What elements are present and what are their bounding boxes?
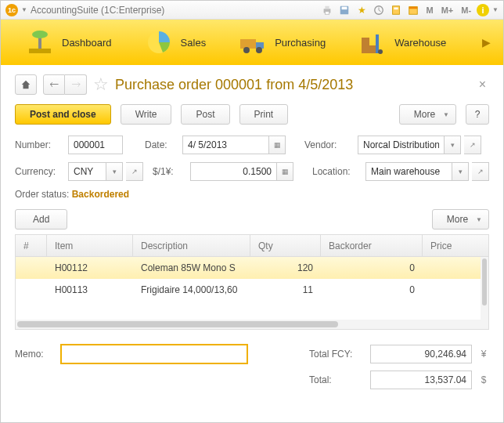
table-actions: Add More▼ [15,209,489,230]
vendor-input[interactable] [358,136,444,154]
cell-qty: 120 [250,262,321,273]
cell-qty: 11 [250,284,321,295]
col-backorder[interactable]: Backorder [321,235,423,256]
memo-total-fcy-row: Memo: Total FCY: 90,246.94 ¥ [15,344,489,364]
col-desc[interactable]: Description [133,235,250,256]
order-status-row: Order status: Backordered [15,189,489,200]
rate-calculator-icon[interactable]: ▦ [276,162,293,181]
nav-warehouse[interactable]: Warehouse [341,20,462,65]
totals-section: Memo: Total FCY: 90,246.94 ¥ Total: 13,5… [15,344,489,389]
form-row-1: Number: Date: ▦ Vendor: ▾ ↗ [15,136,489,154]
cell-desc: Frigidaire 14,000/13,60 [133,284,250,295]
memory-mminus-button[interactable]: M- [459,5,473,15]
vendor-label: Vendor: [304,139,351,150]
save-icon[interactable] [337,3,351,17]
col-item[interactable]: Item [47,235,133,256]
vendor-open-icon[interactable]: ↗ [464,136,481,154]
print-button[interactable]: Print [239,104,289,125]
total-currency-symbol: $ [478,374,489,385]
total-row: Total: 13,537.04 $ [15,371,489,389]
app-logo-icon: 1c [5,4,18,16]
app-menu-dropdown-icon[interactable]: ▼ [21,6,27,13]
col-price[interactable]: Price [423,235,470,256]
calendar-icon[interactable] [406,3,420,17]
svg-rect-6 [393,5,400,14]
add-row-button[interactable]: Add [15,209,67,230]
horizontal-scrollbar[interactable] [16,320,488,329]
more-button[interactable]: More▼ [399,104,456,125]
table-more-button[interactable]: More▼ [432,209,489,230]
post-and-close-button[interactable]: Post and close [15,104,111,125]
nav-label: Dashboard [62,37,112,49]
content-area: 🡐 🡒 ☆ Purchase order 000001 from 4/5/201… [1,65,503,405]
date-label: Date: [145,139,176,150]
calendar-picker-icon[interactable]: ▦ [268,136,286,154]
location-input[interactable] [365,162,452,181]
home-button[interactable] [15,74,37,95]
table-row[interactable]: H00113 Frigidaire 14,000/13,60 11 0 [16,279,488,301]
info-icon[interactable]: i [477,4,489,16]
currency-input[interactable] [68,162,106,181]
info-dropdown-icon[interactable]: ▼ [492,6,499,13]
action-button-row: Post and close Write Post Print More▼ ? [15,104,489,125]
calculator-icon[interactable] [389,3,403,17]
svg-rect-1 [326,5,329,9]
cell-item: H00113 [47,284,133,295]
cell-item: H00112 [47,262,133,273]
svg-point-16 [243,47,250,53]
col-qty[interactable]: Qty [250,235,321,256]
dashboard-icon [24,27,56,58]
favorite-star-icon[interactable]: ☆ [93,74,109,95]
table-row[interactable]: H00112 Coleman 85W Mono S 120 0 [16,257,488,279]
currency-open-icon[interactable]: ↗ [126,162,143,181]
history-icon[interactable] [372,3,386,17]
page-header: 🡐 🡒 ☆ Purchase order 000001 from 4/5/201… [15,74,489,95]
number-input[interactable] [68,136,123,154]
page-title: Purchase order 000001 from 4/5/2013 [115,77,353,93]
main-navbar: Dashboard Sales Purchasing Warehouse ▶ [1,20,503,65]
nav-back-forward-group: 🡐 🡒 [43,74,87,95]
vendor-dropdown-icon[interactable]: ▾ [444,136,461,154]
help-button[interactable]: ? [466,104,489,125]
memory-mplus-button[interactable]: M+ [439,5,456,15]
rate-label: $/1¥: [153,166,184,177]
nav-scroll-right-icon[interactable]: ▶ [477,36,495,49]
favorite-icon[interactable]: ★ [355,3,369,17]
printer-icon[interactable] [320,3,334,17]
close-button[interactable]: × [476,78,489,92]
back-button[interactable]: 🡐 [43,74,65,95]
nav-purchasing[interactable]: Purchasing [221,20,341,65]
location-dropdown-icon[interactable]: ▾ [452,162,469,181]
currency-dropdown-icon[interactable]: ▾ [106,162,123,181]
total-label: Total: [309,374,364,385]
cell-desc: Coleman 85W Mono S [133,262,250,273]
svg-rect-10 [29,49,51,53]
write-button[interactable]: Write [121,104,172,125]
chevron-down-icon: ▼ [443,111,449,118]
rate-input-group: ▦ [190,162,293,181]
col-num[interactable]: # [16,235,47,256]
total-value: 13,537.04 [370,371,472,389]
forward-button[interactable]: 🡒 [65,74,87,95]
nav-label: Sales [181,37,207,49]
more-label: More [414,109,435,120]
memory-m-button[interactable]: M [423,5,435,15]
svg-rect-21 [376,34,379,53]
memo-input[interactable] [60,344,248,364]
rate-input[interactable] [190,162,276,181]
svg-rect-2 [326,11,329,14]
chevron-down-icon: ▼ [476,216,482,223]
date-input[interactable] [182,136,268,154]
currency-input-group: ▾ ↗ [68,162,143,181]
titlebar: 1c ▼ AccountingSuite (1C:Enterprise) ★ M… [1,1,503,20]
svg-point-22 [378,49,383,54]
vendor-input-group: ▾ ↗ [358,136,481,154]
location-open-icon[interactable]: ↗ [472,162,489,181]
line-items-table: # Item Description Qty Backorder Price H… [15,234,489,330]
svg-rect-18 [362,38,369,45]
nav-dashboard[interactable]: Dashboard [9,20,128,65]
nav-label: Warehouse [394,37,446,49]
post-button[interactable]: Post [181,104,229,125]
vertical-scrollbar[interactable] [481,257,488,320]
nav-sales[interactable]: Sales [128,20,222,65]
